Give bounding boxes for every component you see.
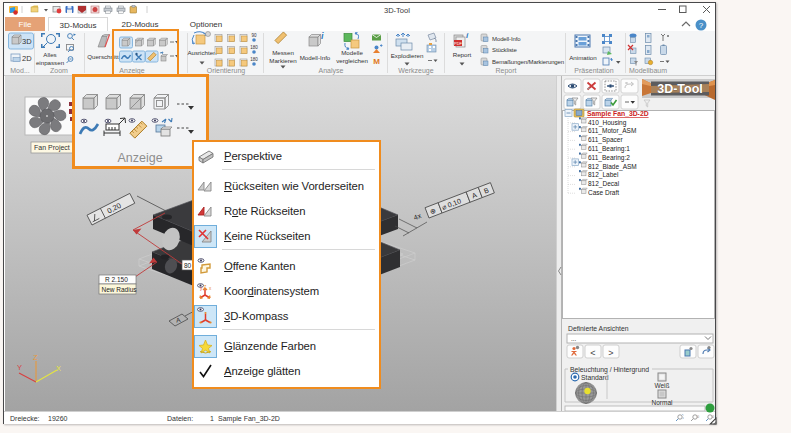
svg-text:einpassen: einpassen <box>36 59 65 66</box>
svg-text:Ausrichten: Ausrichten <box>187 49 217 56</box>
svg-text:Y: Y <box>17 363 22 372</box>
svg-text:Animation: Animation <box>569 54 597 61</box>
svg-text:180: 180 <box>250 57 258 62</box>
svg-text:Definierte Ansichten: Definierte Ansichten <box>568 325 629 332</box>
svg-text:611_Spacer: 611_Spacer <box>588 136 623 144</box>
svg-text:80: 80 <box>184 262 192 269</box>
svg-text:2D: 2D <box>22 54 32 63</box>
svg-text:?: ? <box>699 21 704 30</box>
svg-text:Analyse: Analyse <box>319 67 344 75</box>
svg-text:Markieren: Markieren <box>269 57 297 64</box>
svg-text:Anzeige: Anzeige <box>117 151 162 165</box>
svg-text:180: 180 <box>250 45 258 50</box>
svg-text:<: < <box>590 348 595 358</box>
svg-text:Standard: Standard <box>581 374 609 381</box>
svg-text:PDF: PDF <box>454 41 463 46</box>
svg-text:Report: Report <box>453 51 472 58</box>
svg-text:Präsentation: Präsentation <box>574 67 613 74</box>
svg-text:Fan Project: Fan Project <box>34 144 70 152</box>
svg-text:611_Bearing:1: 611_Bearing:1 <box>588 145 630 153</box>
svg-text:Stückliste: Stückliste <box>492 47 517 53</box>
svg-text:3D-Tool: 3D-Tool <box>657 82 703 96</box>
svg-text:Mod...: Mod... <box>10 67 30 74</box>
svg-text:Zoom: Zoom <box>50 67 68 74</box>
svg-text:90: 90 <box>251 33 257 38</box>
svg-text:Modell-Info: Modell-Info <box>300 54 331 61</box>
svg-text:vergleichen: vergleichen <box>336 57 368 64</box>
svg-text:Bemaßungen/Markierungen: Bemaßungen/Markierungen <box>492 59 564 65</box>
svg-text:812_Blade_ASM: 812_Blade_ASM <box>588 163 637 171</box>
svg-text:812_Decal: 812_Decal <box>588 180 620 188</box>
svg-text:Z: Z <box>33 353 38 362</box>
svg-text:Modellbaum: Modellbaum <box>629 67 667 74</box>
svg-text:Report: Report <box>495 67 516 75</box>
svg-text:M: M <box>373 57 380 66</box>
svg-text:...: ... <box>571 335 577 342</box>
svg-text:i: i <box>321 31 324 41</box>
svg-text:Modell-Info: Modell-Info <box>492 36 521 42</box>
svg-text:A: A <box>175 316 181 324</box>
svg-text:z: z <box>204 284 207 289</box>
svg-text:0: 0 <box>697 415 699 419</box>
svg-text:Beleuchtung / Hintergrund: Beleuchtung / Hintergrund <box>570 366 649 374</box>
svg-text:3D: 3D <box>22 37 32 46</box>
svg-text:Alles: Alles <box>43 51 56 58</box>
svg-text:Orientierung: Orientierung <box>207 67 246 75</box>
svg-text:>: > <box>608 348 613 358</box>
svg-text:Sample Fan_3D-2D: Sample Fan_3D-2D <box>587 110 649 118</box>
svg-text:x: x <box>209 286 212 291</box>
svg-text:New Radius: New Radius <box>102 286 138 293</box>
svg-text:611_Bearing:2: 611_Bearing:2 <box>588 154 630 162</box>
svg-text:812_Label: 812_Label <box>588 171 619 179</box>
svg-text:i: i <box>466 31 469 40</box>
svg-text:Modelle: Modelle <box>341 49 363 56</box>
svg-text:Normal: Normal <box>652 399 674 406</box>
svg-text:4x: 4x <box>413 212 423 221</box>
svg-text:611_Motor_ASM: 611_Motor_ASM <box>588 127 636 135</box>
svg-text:R 2.150: R 2.150 <box>105 276 128 283</box>
svg-text:Messen: Messen <box>272 49 294 56</box>
svg-text:410_Housing: 410_Housing <box>588 119 627 127</box>
svg-text:Case Draft: Case Draft <box>588 189 619 196</box>
svg-text:Weiß: Weiß <box>654 382 669 389</box>
svg-text:Werkzeuge: Werkzeuge <box>398 67 433 75</box>
svg-text:X: X <box>56 364 61 373</box>
svg-text:Explodieren: Explodieren <box>391 52 424 59</box>
